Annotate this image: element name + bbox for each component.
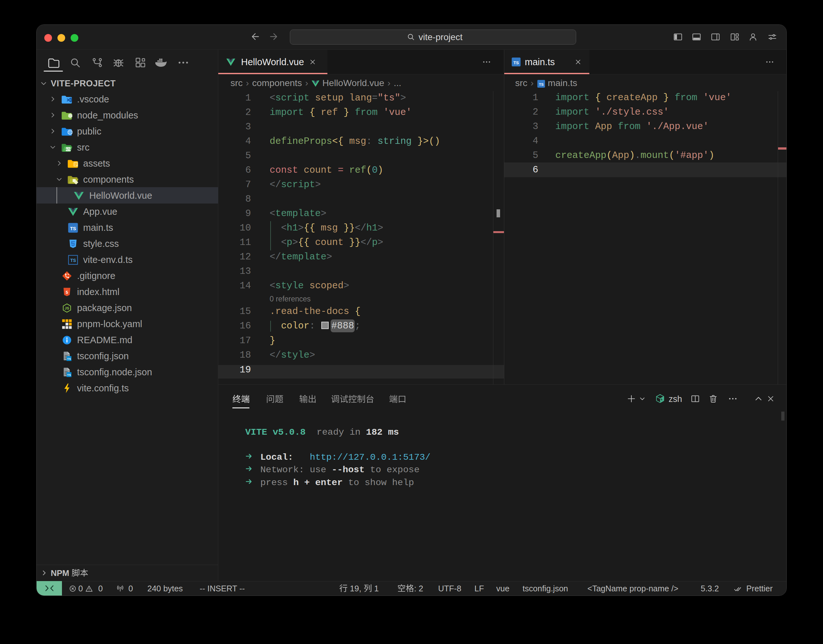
svg-text:TS: TS: [67, 357, 70, 360]
svg-text:</>: </>: [66, 148, 71, 151]
svg-text:TS: TS: [513, 60, 519, 65]
svg-text:JS: JS: [64, 306, 69, 310]
svg-text:TS: TS: [70, 258, 76, 263]
svg-text:TS: TS: [70, 226, 76, 231]
svg-text:TS: TS: [539, 83, 543, 86]
svg-text:5: 5: [66, 290, 68, 294]
svg-text:TS: TS: [67, 373, 70, 376]
